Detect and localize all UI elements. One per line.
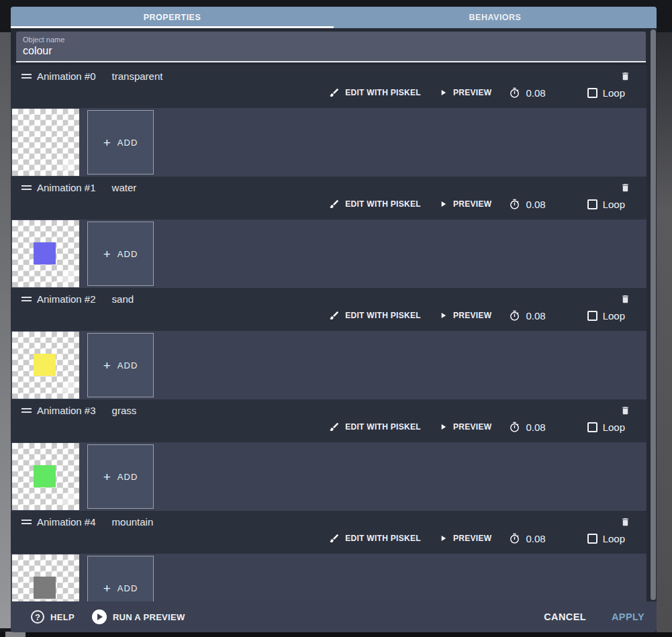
checkbox-icon <box>587 422 597 432</box>
edit-with-piskel-button[interactable]: EDIT WITH PISKEL <box>329 310 421 321</box>
thumbnail-corner-badge <box>63 381 75 393</box>
apply-button[interactable]: APPLY <box>612 611 644 622</box>
loop-label: Loop <box>603 87 625 99</box>
object-name-field[interactable]: Object name colour <box>16 32 646 62</box>
add-frame-label: ADD <box>117 472 138 482</box>
preview-button[interactable]: PREVIEW <box>438 311 491 320</box>
animation-title: Animation #0 <box>37 70 96 82</box>
time-between-frames-value[interactable]: 0.08 <box>526 199 545 210</box>
delete-animation-button[interactable] <box>619 403 632 418</box>
edit-with-piskel-button[interactable]: EDIT WITH PISKEL <box>329 533 421 544</box>
preview-label: PREVIEW <box>453 88 491 97</box>
animation-name-input[interactable]: transparent <box>112 70 163 82</box>
time-between-frames-value[interactable]: 0.08 <box>526 310 545 322</box>
preview-button[interactable]: PREVIEW <box>438 534 491 543</box>
time-between-frames-field[interactable]: 0.08 <box>509 310 545 322</box>
dialog-footer: ? HELP RUN A PREVIEW CANCEL APPLY <box>11 601 657 632</box>
question-circle-icon: ? <box>31 610 44 624</box>
delete-animation-button[interactable] <box>619 69 632 83</box>
tab-properties[interactable]: PROPERTIES <box>11 7 334 28</box>
background-bottom-left-block <box>5 632 26 637</box>
animation-section-3: Animation #3 grass EDIT WITH PISKEL PREV… <box>11 399 646 511</box>
edit-with-piskel-label: EDIT WITH PISKEL <box>345 422 421 432</box>
tab-properties-label: PROPERTIES <box>144 13 201 22</box>
edit-with-piskel-button[interactable]: EDIT WITH PISKEL <box>329 422 421 432</box>
help-button[interactable]: ? HELP <box>31 610 75 624</box>
play-icon <box>438 88 448 97</box>
time-between-frames-value[interactable]: 0.08 <box>526 87 545 99</box>
time-between-frames-field[interactable]: 0.08 <box>509 199 545 210</box>
plus-icon: + <box>103 582 111 595</box>
loop-label: Loop <box>603 533 625 544</box>
tab-behaviors[interactable]: BEHAVIORS <box>334 7 657 28</box>
edit-with-piskel-label: EDIT WITH PISKEL <box>345 199 421 209</box>
frame-thumbnail[interactable] <box>12 443 79 510</box>
object-editor-dialog: PROPERTIES BEHAVIORS Object name colour … <box>11 7 657 632</box>
brush-icon <box>329 199 340 209</box>
add-frame-button[interactable]: + ADD <box>87 222 154 286</box>
edit-with-piskel-button[interactable]: EDIT WITH PISKEL <box>329 87 421 98</box>
edit-with-piskel-label: EDIT WITH PISKEL <box>345 311 421 320</box>
trash-icon <box>620 516 630 528</box>
time-between-frames-value[interactable]: 0.08 <box>526 533 545 544</box>
frame-thumbnail[interactable] <box>12 109 79 176</box>
drag-handle-icon[interactable] <box>20 72 33 80</box>
loop-checkbox[interactable]: Loop <box>587 87 625 99</box>
object-name-value[interactable]: colour <box>23 45 646 57</box>
animation-name-input[interactable]: grass <box>112 405 137 416</box>
animation-title: Animation #4 <box>37 516 96 528</box>
animation-name-input[interactable]: mountain <box>112 516 154 528</box>
run-preview-label: RUN A PREVIEW <box>113 612 185 622</box>
loop-checkbox[interactable]: Loop <box>587 199 625 210</box>
frame-color-swatch <box>34 242 56 264</box>
loop-label: Loop <box>603 422 625 433</box>
animation-name-input[interactable]: water <box>112 182 137 193</box>
animation-title: Animation #2 <box>37 293 96 305</box>
cancel-button[interactable]: CANCEL <box>544 611 586 622</box>
animation-name-input[interactable]: sand <box>112 293 134 305</box>
thumbnail-corner-badge <box>63 270 75 281</box>
animation-section-2: Animation #2 sand EDIT WITH PISKEL PREVI… <box>11 288 646 399</box>
time-between-frames-field[interactable]: 0.08 <box>509 533 545 544</box>
time-between-frames-field[interactable]: 0.08 <box>509 422 545 433</box>
time-between-frames-value[interactable]: 0.08 <box>526 422 545 433</box>
animation-section-0: Animation #0 transparent EDIT WITH PISKE… <box>11 65 646 177</box>
add-frame-button[interactable]: + ADD <box>87 333 154 397</box>
edit-with-piskel-button[interactable]: EDIT WITH PISKEL <box>329 199 421 209</box>
loop-checkbox[interactable]: Loop <box>587 422 625 433</box>
time-between-frames-field[interactable]: 0.08 <box>509 87 545 99</box>
add-frame-button[interactable]: + ADD <box>87 444 154 509</box>
stopwatch-icon <box>509 87 520 99</box>
stopwatch-icon <box>509 199 520 210</box>
plus-icon: + <box>103 248 111 260</box>
edit-with-piskel-label: EDIT WITH PISKEL <box>345 88 421 97</box>
play-icon <box>438 199 448 209</box>
preview-button[interactable]: PREVIEW <box>438 199 491 209</box>
frame-thumbnail[interactable] <box>12 332 79 399</box>
add-frame-button[interactable]: + ADD <box>87 556 154 601</box>
scrollbar-thumb[interactable] <box>651 30 656 600</box>
plus-icon: + <box>103 136 111 149</box>
background-right-strip <box>657 32 672 632</box>
frame-color-swatch <box>34 577 56 599</box>
add-frame-label: ADD <box>117 138 138 148</box>
delete-animation-button[interactable] <box>619 515 632 529</box>
add-frame-label: ADD <box>117 583 138 593</box>
loop-checkbox[interactable]: Loop <box>587 533 625 544</box>
plus-icon: + <box>103 359 111 372</box>
frame-thumbnail[interactable] <box>12 554 79 601</box>
frame-thumbnail[interactable] <box>12 220 79 287</box>
preview-button[interactable]: PREVIEW <box>438 88 491 97</box>
delete-animation-button[interactable] <box>619 181 632 195</box>
drag-handle-icon[interactable] <box>20 407 33 414</box>
background-left-strip <box>0 32 11 628</box>
preview-button[interactable]: PREVIEW <box>438 422 491 432</box>
add-frame-button[interactable]: + ADD <box>87 110 154 175</box>
run-preview-button[interactable]: RUN A PREVIEW <box>92 609 185 624</box>
animation-title: Animation #1 <box>37 182 96 193</box>
loop-checkbox[interactable]: Loop <box>587 310 625 322</box>
drag-handle-icon[interactable] <box>20 518 33 526</box>
delete-animation-button[interactable] <box>619 292 632 306</box>
drag-handle-icon[interactable] <box>20 295 33 303</box>
drag-handle-icon[interactable] <box>20 184 33 191</box>
